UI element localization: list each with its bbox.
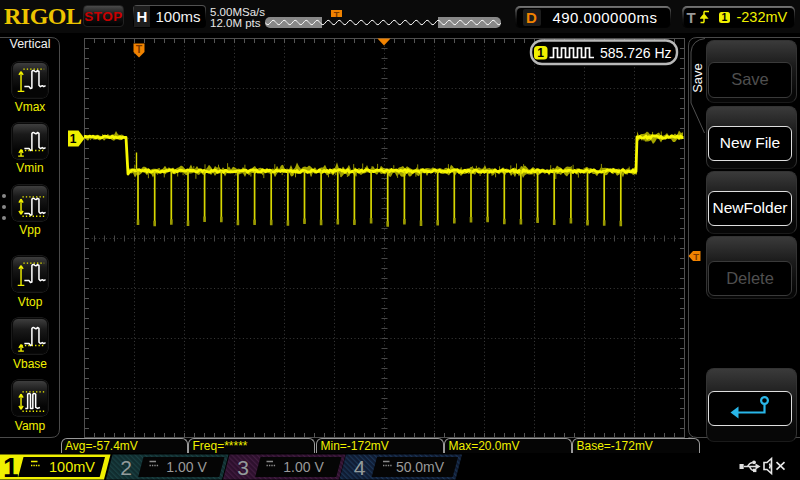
svg-text:3: 3 (237, 456, 249, 479)
svg-text:2: 2 (120, 456, 132, 479)
svg-text:1.00 V: 1.00 V (166, 459, 207, 475)
svg-text:1.00 V: 1.00 V (283, 459, 324, 475)
svg-text:4: 4 (354, 456, 366, 479)
svg-text:1: 1 (3, 452, 19, 480)
svg-text:50.0mV: 50.0mV (396, 459, 445, 475)
svg-text:100mV: 100mV (49, 459, 95, 475)
